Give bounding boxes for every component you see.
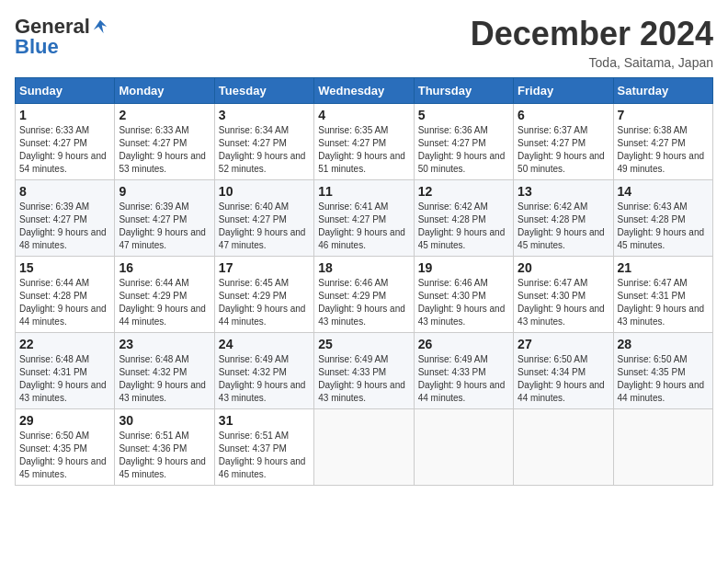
calendar-cell: 26Sunrise: 6:49 AMSunset: 4:33 PMDayligh…: [414, 333, 513, 409]
calendar-cell: 4Sunrise: 6:35 AMSunset: 4:27 PMDaylight…: [314, 104, 414, 180]
day-info: Sunrise: 6:49 AMSunset: 4:33 PMDaylight:…: [418, 353, 509, 405]
calendar-cell: [613, 409, 712, 486]
day-number: 11: [318, 184, 409, 199]
calendar-cell: 16Sunrise: 6:44 AMSunset: 4:29 PMDayligh…: [115, 257, 214, 333]
calendar-cell: 19Sunrise: 6:46 AMSunset: 4:30 PMDayligh…: [414, 257, 513, 333]
day-number: 17: [219, 260, 310, 275]
day-number: 23: [119, 337, 210, 351]
calendar-cell: 25Sunrise: 6:49 AMSunset: 4:33 PMDayligh…: [314, 333, 414, 409]
day-number: 18: [318, 260, 409, 275]
day-number: 26: [418, 337, 509, 351]
day-info: Sunrise: 6:33 AMSunset: 4:27 PMDaylight:…: [19, 124, 110, 176]
day-number: 5: [418, 108, 509, 122]
day-info: Sunrise: 6:44 AMSunset: 4:28 PMDaylight:…: [19, 277, 110, 328]
day-info: Sunrise: 6:42 AMSunset: 4:28 PMDaylight:…: [418, 201, 509, 252]
day-number: 30: [119, 413, 210, 428]
calendar-cell: [514, 409, 613, 486]
day-info: Sunrise: 6:37 AMSunset: 4:27 PMDaylight:…: [518, 124, 609, 176]
day-number: 20: [518, 260, 609, 275]
day-info: Sunrise: 6:49 AMSunset: 4:33 PMDaylight:…: [318, 353, 409, 405]
calendar-cell: 2Sunrise: 6:33 AMSunset: 4:27 PMDaylight…: [115, 104, 214, 180]
day-info: Sunrise: 6:47 AMSunset: 4:30 PMDaylight:…: [518, 277, 609, 328]
calendar-week-row: 15Sunrise: 6:44 AMSunset: 4:28 PMDayligh…: [16, 257, 713, 333]
day-info: Sunrise: 6:44 AMSunset: 4:29 PMDaylight:…: [119, 277, 210, 328]
day-number: 4: [318, 108, 409, 122]
calendar-subtitle: Toda, Saitama, Japan: [471, 55, 713, 70]
day-info: Sunrise: 6:50 AMSunset: 4:35 PMDaylight:…: [19, 430, 110, 481]
calendar-week-row: 22Sunrise: 6:48 AMSunset: 4:31 PMDayligh…: [16, 333, 713, 409]
day-number: 1: [19, 108, 110, 122]
day-number: 14: [618, 184, 709, 199]
calendar-cell: 15Sunrise: 6:44 AMSunset: 4:28 PMDayligh…: [16, 257, 115, 333]
day-info: Sunrise: 6:41 AMSunset: 4:27 PMDaylight:…: [318, 201, 409, 252]
calendar-title: December 2024: [471, 15, 713, 53]
calendar-cell: [414, 409, 513, 486]
day-info: Sunrise: 6:43 AMSunset: 4:28 PMDaylight:…: [618, 201, 709, 252]
calendar-cell: 31Sunrise: 6:51 AMSunset: 4:37 PMDayligh…: [214, 409, 313, 486]
calendar-cell: 11Sunrise: 6:41 AMSunset: 4:27 PMDayligh…: [314, 180, 414, 257]
day-info: Sunrise: 6:47 AMSunset: 4:31 PMDaylight:…: [618, 277, 709, 328]
calendar-cell: 24Sunrise: 6:49 AMSunset: 4:32 PMDayligh…: [214, 333, 313, 409]
day-number: 6: [518, 108, 609, 122]
calendar-cell: 30Sunrise: 6:51 AMSunset: 4:36 PMDayligh…: [115, 409, 214, 486]
day-number: 22: [19, 337, 110, 351]
day-number: 10: [219, 184, 310, 199]
calendar-week-row: 8Sunrise: 6:39 AMSunset: 4:27 PMDaylight…: [16, 180, 713, 257]
day-number: 2: [119, 108, 210, 122]
calendar-cell: 14Sunrise: 6:43 AMSunset: 4:28 PMDayligh…: [613, 180, 712, 257]
day-info: Sunrise: 6:46 AMSunset: 4:30 PMDaylight:…: [418, 277, 509, 328]
calendar-cell: 10Sunrise: 6:40 AMSunset: 4:27 PMDayligh…: [214, 180, 313, 257]
day-number: 25: [318, 337, 409, 351]
calendar-cell: 27Sunrise: 6:50 AMSunset: 4:34 PMDayligh…: [514, 333, 613, 409]
calendar-cell: 29Sunrise: 6:50 AMSunset: 4:35 PMDayligh…: [16, 409, 115, 486]
calendar-cell: 28Sunrise: 6:50 AMSunset: 4:35 PMDayligh…: [613, 333, 712, 409]
page-header: General Blue December 2024 Toda, Saitama…: [15, 15, 713, 70]
day-info: Sunrise: 6:51 AMSunset: 4:37 PMDaylight:…: [219, 430, 310, 481]
col-header-thursday: Thursday: [414, 78, 513, 104]
calendar-cell: 22Sunrise: 6:48 AMSunset: 4:31 PMDayligh…: [16, 333, 115, 409]
day-info: Sunrise: 6:38 AMSunset: 4:27 PMDaylight:…: [618, 124, 709, 176]
day-number: 15: [19, 260, 110, 275]
day-number: 24: [219, 337, 310, 351]
calendar-cell: [314, 409, 414, 486]
day-number: 13: [518, 184, 609, 199]
calendar-cell: 12Sunrise: 6:42 AMSunset: 4:28 PMDayligh…: [414, 180, 513, 257]
day-info: Sunrise: 6:42 AMSunset: 4:28 PMDaylight:…: [518, 201, 609, 252]
calendar-cell: 5Sunrise: 6:36 AMSunset: 4:27 PMDaylight…: [414, 104, 513, 180]
day-number: 3: [219, 108, 310, 122]
calendar-cell: 9Sunrise: 6:39 AMSunset: 4:27 PMDaylight…: [115, 180, 214, 257]
day-info: Sunrise: 6:46 AMSunset: 4:29 PMDaylight:…: [318, 277, 409, 328]
day-number: 19: [418, 260, 509, 275]
day-info: Sunrise: 6:39 AMSunset: 4:27 PMDaylight:…: [19, 201, 110, 252]
logo: General Blue: [15, 15, 108, 59]
col-header-saturday: Saturday: [613, 78, 712, 104]
calendar-cell: 23Sunrise: 6:48 AMSunset: 4:32 PMDayligh…: [115, 333, 214, 409]
day-info: Sunrise: 6:40 AMSunset: 4:27 PMDaylight:…: [219, 201, 310, 252]
calendar-cell: 3Sunrise: 6:34 AMSunset: 4:27 PMDaylight…: [214, 104, 313, 180]
day-number: 29: [19, 413, 110, 428]
logo-bird-icon: [92, 18, 108, 35]
day-number: 28: [618, 337, 709, 351]
title-block: December 2024 Toda, Saitama, Japan: [471, 15, 713, 70]
calendar-cell: 17Sunrise: 6:45 AMSunset: 4:29 PMDayligh…: [214, 257, 313, 333]
day-info: Sunrise: 6:50 AMSunset: 4:35 PMDaylight:…: [618, 353, 709, 405]
day-info: Sunrise: 6:51 AMSunset: 4:36 PMDaylight:…: [119, 430, 210, 481]
calendar-cell: 6Sunrise: 6:37 AMSunset: 4:27 PMDaylight…: [514, 104, 613, 180]
day-info: Sunrise: 6:36 AMSunset: 4:27 PMDaylight:…: [418, 124, 509, 176]
col-header-friday: Friday: [514, 78, 613, 104]
col-header-tuesday: Tuesday: [214, 78, 313, 104]
day-info: Sunrise: 6:48 AMSunset: 4:32 PMDaylight:…: [119, 353, 210, 405]
calendar-cell: 21Sunrise: 6:47 AMSunset: 4:31 PMDayligh…: [613, 257, 712, 333]
calendar-week-row: 1Sunrise: 6:33 AMSunset: 4:27 PMDaylight…: [16, 104, 713, 180]
day-info: Sunrise: 6:48 AMSunset: 4:31 PMDaylight:…: [19, 353, 110, 405]
calendar-table: SundayMondayTuesdayWednesdayThursdayFrid…: [15, 77, 713, 486]
calendar-cell: 13Sunrise: 6:42 AMSunset: 4:28 PMDayligh…: [514, 180, 613, 257]
calendar-cell: 1Sunrise: 6:33 AMSunset: 4:27 PMDaylight…: [16, 104, 115, 180]
day-number: 8: [19, 184, 110, 199]
day-info: Sunrise: 6:45 AMSunset: 4:29 PMDaylight:…: [219, 277, 310, 328]
day-number: 16: [119, 260, 210, 275]
day-number: 21: [618, 260, 709, 275]
col-header-wednesday: Wednesday: [314, 78, 414, 104]
day-info: Sunrise: 6:50 AMSunset: 4:34 PMDaylight:…: [518, 353, 609, 405]
calendar-cell: 8Sunrise: 6:39 AMSunset: 4:27 PMDaylight…: [16, 180, 115, 257]
